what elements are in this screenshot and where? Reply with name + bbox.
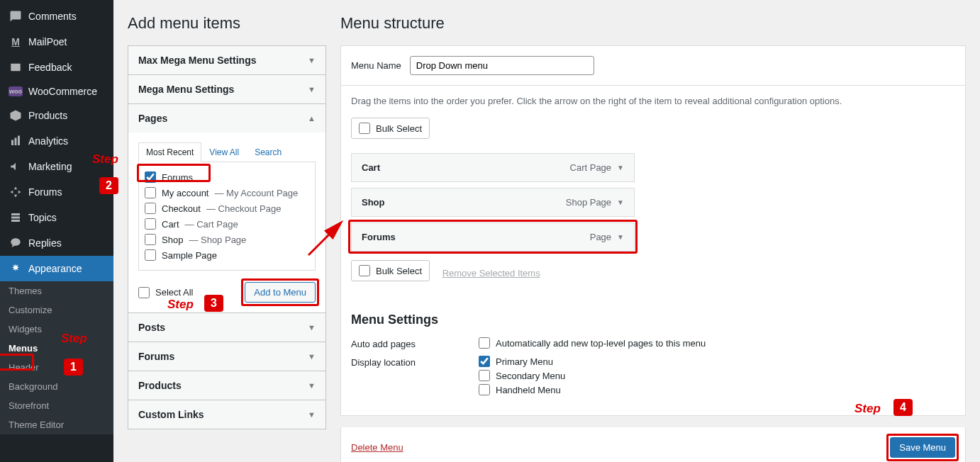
- sidebar-item-topics[interactable]: Topics: [0, 205, 113, 230]
- accordion-label: Products: [138, 380, 182, 391]
- checkbox-forums[interactable]: [145, 171, 156, 183]
- sidebar-subitem-customize[interactable]: Customize: [0, 300, 113, 320]
- location-primary-row[interactable]: Primary Menu: [479, 354, 565, 368]
- sidebar-item-comments[interactable]: Comments: [0, 4, 113, 29]
- menu-item-type: Shop Page: [566, 197, 611, 208]
- menu-item-shop[interactable]: Shop Shop Page ▼: [351, 188, 635, 217]
- sidebar-item-label: Topics: [28, 212, 57, 223]
- location-label: Primary Menu: [496, 356, 553, 367]
- chevron-down-icon[interactable]: ▼: [617, 198, 624, 206]
- menu-settings-title: Menu Settings: [351, 312, 955, 327]
- page-item-shop[interactable]: Shop — Shop Page: [145, 232, 309, 247]
- checkbox-primary-menu[interactable]: [479, 356, 490, 367]
- tab-most-recent[interactable]: Most Recent: [138, 142, 201, 162]
- location-label: Secondary Menu: [496, 371, 565, 381]
- accordion-max-mega-menu[interactable]: Max Mega Menu Settings ▼: [128, 45, 326, 75]
- bulk-select-top[interactable]: Bulk Select: [351, 118, 430, 139]
- sidebar-item-products[interactable]: Products: [0, 103, 113, 128]
- menu-name-input[interactable]: [410, 56, 594, 75]
- sidebar-item-label: Feedback: [28, 62, 72, 73]
- chevron-down-icon[interactable]: ▼: [617, 164, 624, 171]
- woocommerce-icon: woo: [9, 86, 23, 96]
- delete-menu-link[interactable]: Delete Menu: [351, 442, 403, 453]
- sidebar-appearance-subgroup: Themes Customize Widgets Menus Header Ba…: [0, 281, 113, 434]
- chevron-down-icon: ▼: [308, 410, 316, 419]
- menu-item-cart[interactable]: Cart Cart Page ▼: [351, 153, 635, 182]
- checkbox-secondary-menu[interactable]: [479, 370, 490, 381]
- page-item-my-account[interactable]: My account — My Account Page: [145, 185, 309, 201]
- sidebar-item-analytics[interactable]: Analytics: [0, 128, 113, 154]
- location-secondary-row[interactable]: Secondary Menu: [479, 368, 565, 383]
- menu-item-label: Cart: [362, 162, 380, 173]
- sidebar-item-appearance[interactable]: Appearance: [0, 256, 113, 281]
- page-item-forums[interactable]: Forums: [145, 169, 309, 185]
- sidebar-subitem-menus[interactable]: Menus: [0, 339, 113, 358]
- product-icon: [9, 108, 23, 123]
- accordion-forums[interactable]: Forums ▼: [128, 342, 326, 371]
- bulk-select-checkbox-bottom[interactable]: [359, 265, 370, 276]
- menu-footer-bar: Delete Menu Save Menu: [340, 427, 966, 462]
- accordion-posts[interactable]: Posts ▼: [128, 313, 326, 342]
- page-item-sample-page[interactable]: Sample Page: [145, 247, 309, 263]
- checkbox-my-account[interactable]: [145, 187, 156, 198]
- remove-selected-link[interactable]: Remove Selected Items: [442, 268, 540, 278]
- checkbox-handheld-menu[interactable]: [479, 384, 490, 395]
- sidebar-item-replies[interactable]: Replies: [0, 230, 113, 256]
- sidebar-item-marketing[interactable]: Marketing: [0, 154, 113, 179]
- chevron-down-icon: ▼: [308, 56, 316, 64]
- menu-item-meta: Shop Page ▼: [566, 197, 624, 208]
- checkbox-shop[interactable]: [145, 234, 156, 245]
- sidebar-subitem-header[interactable]: Header: [0, 358, 113, 377]
- sidebar-subitem-background[interactable]: Background: [0, 377, 113, 396]
- page-item-cart[interactable]: Cart — Cart Page: [145, 216, 309, 232]
- save-menu-button[interactable]: Save Menu: [890, 437, 955, 458]
- sidebar-item-forums[interactable]: Forums: [0, 179, 113, 205]
- pages-tabs: Most Recent View All Search: [138, 142, 316, 162]
- menu-item-meta: Cart Page ▼: [570, 162, 624, 173]
- sidebar-subitem-themes[interactable]: Themes: [0, 281, 113, 300]
- tab-search[interactable]: Search: [247, 142, 289, 162]
- structure-body: Drag the items into the order you prefer…: [340, 85, 966, 416]
- accordion-custom-links[interactable]: Custom Links ▼: [128, 400, 326, 429]
- chevron-down-icon: ▼: [308, 323, 316, 332]
- sidebar-item-mailpoet[interactable]: M MailPoet: [0, 29, 113, 55]
- bulk-select-label: Bulk Select: [376, 266, 422, 276]
- accordion-mega-menu[interactable]: Mega Menu Settings ▼: [128, 75, 326, 104]
- page-item-checkout[interactable]: Checkout — Checkout Page: [145, 201, 309, 216]
- pages-footer: Select All Add to Menu: [138, 282, 316, 303]
- chevron-down-icon[interactable]: ▼: [617, 233, 624, 241]
- sidebar-subitem-storefront[interactable]: Storefront: [0, 396, 113, 415]
- checkbox-checkout[interactable]: [145, 203, 156, 214]
- sidebar-item-label: Forums: [28, 186, 62, 198]
- bulk-select-bottom[interactable]: Bulk Select: [351, 260, 430, 281]
- tab-view-all[interactable]: View All: [201, 142, 247, 162]
- sidebar-item-woocommerce[interactable]: woo WooCommerce: [0, 80, 113, 103]
- checkbox-sample-page[interactable]: [145, 249, 156, 261]
- feedback-icon: [9, 60, 23, 74]
- page-suffix: — Shop Page: [189, 235, 246, 245]
- accordion-label: Max Mega Menu Settings: [138, 55, 256, 66]
- auto-add-checkbox-row[interactable]: Automatically add new top-level pages to…: [479, 336, 706, 350]
- checkbox-cart[interactable]: [145, 218, 156, 230]
- sidebar-subitem-theme-editor[interactable]: Theme Editor: [0, 415, 113, 434]
- select-all-label: Select All: [155, 287, 193, 298]
- sidebar-subitem-widgets[interactable]: Widgets: [0, 320, 113, 339]
- page-name: Checkout: [162, 203, 201, 214]
- add-to-menu-button[interactable]: Add to Menu: [245, 282, 316, 303]
- accordion-pages-header[interactable]: Pages ▲: [128, 104, 325, 133]
- sidebar-item-label: Products: [28, 110, 67, 121]
- menu-item-type: Page: [590, 232, 611, 242]
- svg-rect-0: [11, 64, 21, 72]
- checkbox-auto-add[interactable]: [479, 337, 490, 349]
- bulk-select-checkbox-top[interactable]: [359, 123, 370, 134]
- admin-sidebar: Comments M MailPoet Feedback woo WooComm…: [0, 0, 113, 462]
- menu-item-forums[interactable]: Forums Page ▼: [351, 222, 635, 252]
- checkbox-select-all[interactable]: [138, 287, 150, 298]
- menu-item-label: Shop: [362, 197, 385, 208]
- select-all-row[interactable]: Select All: [138, 285, 193, 300]
- menu-item-label: Forums: [362, 232, 396, 242]
- accordion-products[interactable]: Products ▼: [128, 371, 326, 400]
- sidebar-item-feedback[interactable]: Feedback: [0, 55, 113, 80]
- comment-icon: [9, 9, 23, 23]
- location-handheld-row[interactable]: Handheld Menu: [479, 383, 565, 397]
